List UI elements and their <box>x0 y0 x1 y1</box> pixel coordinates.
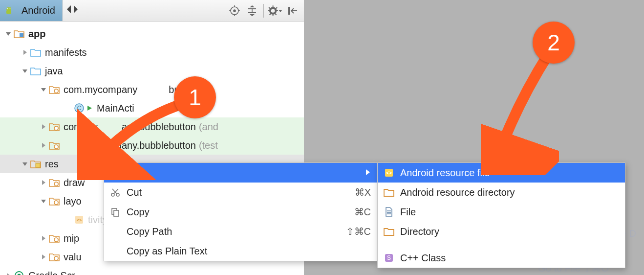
caret-down-icon <box>20 68 30 74</box>
caret-right-icon <box>38 235 49 242</box>
menu-item-copy[interactable]: Copy ⌘C <box>104 202 377 222</box>
submenu-item-directory[interactable]: Directory <box>378 222 625 241</box>
tool-window-actions <box>223 3 304 18</box>
svg-rect-21 <box>36 163 40 167</box>
tool-window-header: Android <box>0 0 304 22</box>
copy-icon <box>104 207 127 217</box>
gear-icon[interactable] <box>268 3 282 18</box>
xml-resource-icon: <> <box>378 168 400 178</box>
svg-text:<>: <> <box>386 170 392 176</box>
annotation-number: 1 <box>189 84 201 111</box>
annotation-arrow-2 <box>481 48 559 175</box>
menu-item-label: C++ Class <box>400 252 619 264</box>
submenu-new[interactable]: <> Android resource file Android resourc… <box>377 162 625 268</box>
menu-item-cut[interactable]: Cut ⌘X <box>104 183 377 202</box>
menu-item-shortcut: ⇧⌘C <box>337 226 371 237</box>
resource-folder-icon <box>30 160 41 168</box>
s-purple-icon: S <box>378 253 400 263</box>
caret-down-icon <box>3 30 14 37</box>
package-icon <box>49 197 60 206</box>
folder-icon <box>378 188 400 197</box>
file-icon <box>378 207 400 217</box>
folder-icon <box>30 67 41 75</box>
svg-line-3 <box>7 7 8 8</box>
svg-rect-35 <box>114 210 119 216</box>
svg-point-1 <box>7 8 8 9</box>
svg-point-6 <box>234 10 236 12</box>
separator <box>263 4 264 18</box>
scissors-icon <box>104 187 127 197</box>
tree-label: java <box>45 66 63 77</box>
svg-point-20 <box>54 145 58 149</box>
arrow-right-icon[interactable] <box>72 4 79 18</box>
tree-node-java[interactable]: java <box>0 62 304 80</box>
arrow-left-icon[interactable] <box>65 4 72 18</box>
caret-right-icon <box>38 253 49 260</box>
svg-point-26 <box>54 238 58 242</box>
android-icon <box>4 6 14 16</box>
menu-item-copy-plain-text[interactable]: Copy as Plain Text <box>104 241 377 261</box>
folder-icon <box>30 48 41 57</box>
caret-right-icon <box>38 123 49 130</box>
tree-label: manifests <box>45 47 87 58</box>
hide-panel-icon[interactable] <box>285 3 300 18</box>
menu-item-label: Copy as Plain Text <box>127 246 337 257</box>
package-icon <box>49 85 60 94</box>
tree-label: app <box>28 28 46 40</box>
annotation-number: 2 <box>547 29 560 56</box>
svg-rect-0 <box>6 10 11 14</box>
svg-point-19 <box>54 126 58 130</box>
annotation-badge-1: 1 <box>174 76 216 118</box>
tree-node-package-main[interactable]: com.mycompany.bubblebutton <box>0 80 304 99</box>
svg-text:<>: <> <box>77 218 82 223</box>
svg-rect-14 <box>288 7 290 15</box>
gradle-icon <box>14 271 24 275</box>
caret-right-icon <box>38 179 49 186</box>
layout-xml-icon: <> <box>74 215 84 225</box>
nav-arrows[interactable] <box>63 4 82 18</box>
scroll-to-source-icon[interactable] <box>227 3 242 18</box>
tree-label: res <box>45 159 59 170</box>
svg-point-23 <box>54 201 58 205</box>
caret-right-icon <box>38 142 49 149</box>
menu-item-label: Directory <box>400 226 619 237</box>
caret-down-icon <box>38 198 49 205</box>
menu-item-shortcut: ⌘X <box>337 186 371 198</box>
menu-item-copy-path[interactable]: Copy Path ⇧⌘C <box>104 222 377 241</box>
tree-node-gradle-scripts[interactable]: Gradle Scr <box>0 266 304 275</box>
package-icon <box>49 122 60 131</box>
tree-node-manifests[interactable]: manifests <box>0 43 304 62</box>
caret-right-icon <box>20 49 30 56</box>
package-icon <box>49 252 60 261</box>
svg-point-16 <box>54 89 58 93</box>
annotation-badge-2: 2 <box>533 22 575 64</box>
submenu-item-cpp-class[interactable]: S C++ Class <box>378 248 625 268</box>
menu-item-label: Cut <box>127 187 337 198</box>
tree-label: valu <box>64 252 82 263</box>
menu-item-label: Copy Path <box>127 226 337 237</box>
svg-point-2 <box>10 8 11 9</box>
svg-rect-15 <box>20 33 23 37</box>
svg-line-4 <box>10 7 11 8</box>
menu-item-label: Copy <box>127 206 337 218</box>
package-icon <box>49 178 60 187</box>
caret-down-icon <box>38 86 49 93</box>
menu-item-label: Android resource directory <box>400 187 619 198</box>
submenu-item-android-resource-directory[interactable]: Android resource directory <box>378 183 625 202</box>
folder-icon <box>378 227 400 236</box>
tree-node-app[interactable]: app <box>0 24 304 43</box>
tree-label: Gradle Scr <box>28 270 75 275</box>
tree-label: mip <box>64 233 79 244</box>
menu-item-label: File <box>400 206 619 218</box>
tree-label: layo <box>64 196 82 207</box>
package-icon <box>49 234 60 243</box>
svg-point-22 <box>54 182 58 186</box>
collapse-all-icon[interactable] <box>245 3 259 18</box>
svg-point-27 <box>54 256 58 260</box>
menu-item-shortcut: ⌘C <box>337 206 371 218</box>
project-view-selector[interactable]: Android <box>0 0 63 21</box>
caret-right-icon <box>3 272 14 275</box>
submenu-item-file[interactable]: File <box>378 202 625 222</box>
submenu-arrow-icon <box>357 167 371 179</box>
caret-down-icon <box>20 160 30 167</box>
